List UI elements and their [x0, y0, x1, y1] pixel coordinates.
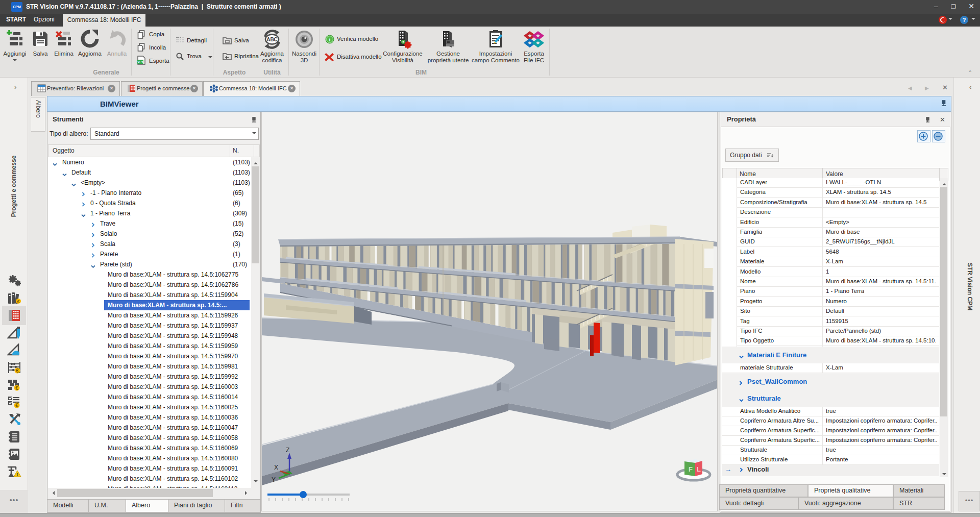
svg-text:€: €: [15, 403, 18, 408]
svg-text:!: !: [17, 472, 18, 477]
svg-text:€: €: [17, 299, 19, 304]
svg-text:XLS: XLS: [137, 61, 143, 64]
svg-text:Z: Z: [286, 447, 289, 454]
svg-text:ABC: ABC: [266, 37, 278, 42]
svg-text:X: X: [274, 464, 278, 471]
svg-text:F: F: [689, 465, 693, 473]
svg-text:Y: Y: [272, 476, 276, 483]
svg-text:€: €: [15, 385, 18, 391]
svg-text:€: €: [16, 368, 19, 374]
svg-text:i: i: [329, 37, 331, 42]
svg-text:L: L: [697, 465, 701, 473]
